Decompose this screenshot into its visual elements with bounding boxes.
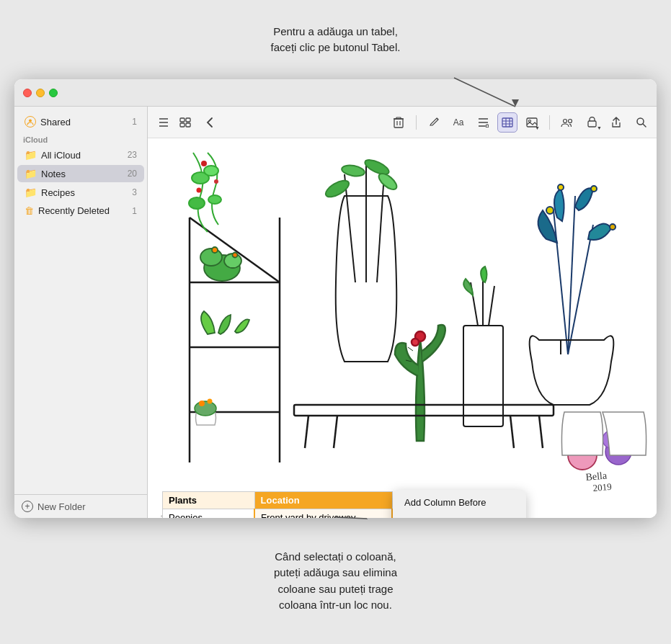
svg-point-56 [591,186,597,192]
svg-rect-6 [180,123,185,127]
svg-point-80 [208,399,213,404]
plants-table: Plants Location Peonies Front yard by dr… [162,491,393,518]
folder-recipes-icon: 📁 [25,187,37,198]
lock-button[interactable]: ▼ [582,112,602,133]
svg-point-55 [558,184,564,190]
svg-point-41 [201,161,207,166]
col-header-plants[interactable]: Plants [163,492,255,509]
back-button[interactable] [200,112,220,133]
titlebar [14,79,657,107]
svg-point-76 [212,247,218,253]
svg-point-57 [610,224,616,230]
shared-icon [25,116,36,128]
col-header-location[interactable]: Location [254,492,392,509]
svg-line-29 [643,124,646,127]
svg-point-78 [195,401,216,416]
folder-notes-icon: 📁 [25,168,37,179]
compose-button[interactable] [424,112,444,133]
cell-plant-1[interactable]: Peonies [163,509,255,519]
notes-label: Notes [41,169,123,179]
collab-button[interactable] [557,112,577,133]
context-menu-add-before[interactable]: Add Column Before [393,493,526,512]
toolbar: Aa ▼ ▼ [148,107,657,138]
table-button[interactable] [497,112,517,133]
all-icloud-label: All iCloud [41,150,123,161]
sidebar-item-recipes[interactable]: 📁 Recipes 3 [17,184,144,201]
svg-point-38 [204,166,218,176]
recently-deleted-count: 1 [132,206,137,216]
svg-text:Bella: Bella [585,470,608,483]
svg-point-0 [29,120,32,122]
trash-icon: 🗑 [25,205,34,216]
tooltip-bottom: Când selectați o coloană, puteți adăuga … [0,518,671,644]
folder-icon: 📁 [25,149,37,161]
svg-rect-8 [394,119,403,128]
delete-button[interactable] [388,112,409,133]
svg-point-79 [199,401,205,406]
svg-point-74 [200,249,222,266]
close-button[interactable] [23,89,32,97]
svg-rect-26 [588,121,596,127]
table-row: Peonies Front yard by driveway [163,509,393,519]
main-panel: Aa ▼ ▼ [148,107,657,518]
content-area: Shared 1 iCloud 📁 All iCloud 23 📁 Notes … [14,107,657,518]
svg-point-77 [233,253,238,258]
sidebar-item-recently-deleted[interactable]: 🗑 Recently Deleted 1 [17,202,144,219]
svg-point-40 [208,195,221,204]
svg-point-43 [197,188,202,193]
list-view-button[interactable] [154,112,174,133]
recently-deleted-label: Recently Deleted [38,205,128,216]
traffic-lights [14,89,66,97]
svg-rect-17 [502,118,512,127]
svg-point-16 [486,125,489,128]
all-icloud-count: 23 [128,150,137,160]
new-folder-button[interactable]: + New Folder [22,501,85,512]
sidebar-item-all-icloud[interactable]: 📁 All iCloud 23 [17,146,144,164]
svg-point-24 [564,119,567,122]
view-toggle-group [154,112,195,133]
media-button[interactable]: ▼ [522,112,542,133]
grid-view-button[interactable] [175,112,195,133]
font-button[interactable]: Aa [448,112,468,133]
checklist-button[interactable] [473,112,493,133]
fullscreen-button[interactable] [49,89,58,97]
table-area: Plants Location Peonies Front yard by dr… [148,484,657,518]
recipes-label: Recipes [41,187,128,198]
svg-point-25 [569,119,572,122]
shared-count: 1 [132,117,137,127]
tooltip-top: Pentru a adăuga un tabel, faceți clic pe… [0,0,671,79]
minimize-button[interactable] [36,89,45,97]
search-button[interactable] [631,112,651,133]
svg-rect-4 [180,118,185,122]
svg-rect-5 [186,118,190,122]
svg-rect-7 [186,123,190,127]
svg-point-39 [189,197,205,209]
sidebar-footer: + New Folder [14,494,147,518]
plus-circle-icon: + [22,501,33,512]
shared-label: Shared [40,117,128,128]
context-menu: Add Column Before Add Column After Delet… [393,490,526,518]
note-content[interactable]: Bella 2019 Plants [148,138,657,518]
main-window: Shared 1 iCloud 📁 All iCloud 23 📁 Notes … [14,79,657,518]
context-menu-add-after[interactable]: Add Column After [393,512,526,518]
recipes-count: 3 [132,187,137,197]
share-button[interactable] [606,112,626,133]
drawing-area: Bella 2019 [148,138,657,491]
svg-point-60 [412,339,419,346]
sidebar: Shared 1 iCloud 📁 All iCloud 23 📁 Notes … [14,107,148,518]
svg-point-42 [214,179,218,184]
svg-point-54 [546,207,554,214]
cell-location-1[interactable]: Front yard by driveway [254,509,392,519]
sidebar-item-notes[interactable]: 📁 Notes 20 [17,165,144,182]
svg-point-23 [529,120,531,122]
sidebar-item-shared[interactable]: Shared 1 [17,113,144,130]
resize-handle[interactable] [159,498,164,518]
svg-line-12 [437,118,438,120]
notes-count: 20 [128,169,137,179]
icloud-header: iCloud [14,131,147,146]
